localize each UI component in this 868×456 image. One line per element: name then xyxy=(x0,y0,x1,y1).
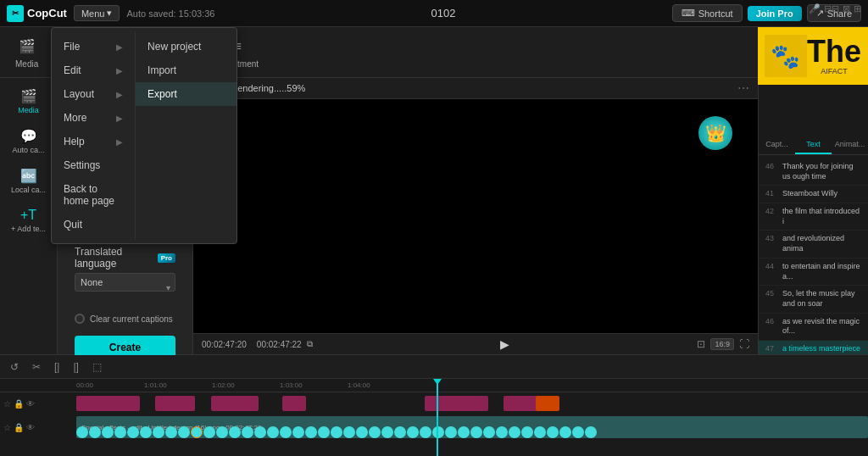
menu-item-export[interactable]: Export xyxy=(136,82,236,106)
thumb-25 xyxy=(407,426,419,438)
caption-list: 46 Thank you for joining us ough time 41… xyxy=(759,155,868,354)
unlink-button[interactable]: ⊠ xyxy=(843,3,850,14)
help-arrow-icon: ▶ xyxy=(116,137,123,147)
video-player: Player Rendering.....59% ⋯ 👑 00:02:47:20… xyxy=(193,78,758,354)
track-video-eye-icon: 👁 xyxy=(26,423,35,432)
clear-captions-row[interactable]: Clear current captions xyxy=(75,314,175,324)
menu-item-import[interactable]: Import xyxy=(136,58,236,82)
menu-label: Menu xyxy=(81,8,105,19)
fx-clip-5[interactable] xyxy=(425,396,488,411)
app-name: CopCut xyxy=(27,7,67,19)
caption-item-41: 41 Steamboat Willy xyxy=(759,186,868,203)
mic-icon[interactable]: 🎤 xyxy=(809,3,821,14)
thumb-19 xyxy=(331,426,342,438)
thumb-37 xyxy=(559,426,571,438)
fx-clip-7[interactable] xyxy=(536,396,559,411)
auto-captions-panel-icon: 💬 xyxy=(20,128,37,144)
tab-captions[interactable]: Capt... xyxy=(759,136,795,154)
fx-clip-3[interactable] xyxy=(211,396,259,411)
playhead[interactable] xyxy=(437,379,438,456)
play-button[interactable]: ▶ xyxy=(500,337,509,351)
thumb-5 xyxy=(140,426,152,438)
fx-clip-2[interactable] xyxy=(155,396,195,411)
timeline-content: 00:00 1:01:00 1:02:00 1:03:00 1:04:00 ☆ … xyxy=(0,379,868,456)
tab-animati[interactable]: Animat... xyxy=(832,136,868,154)
project-id: 0102 xyxy=(221,7,665,19)
left-panel-item-media[interactable]: 🎬 Media xyxy=(0,83,57,120)
menu-item-help[interactable]: Help ▶ xyxy=(52,130,135,153)
split-button[interactable]: ✂ xyxy=(29,359,44,375)
track-row-video: ☆ 🔒 👁 Special effects - edit Untitled de… xyxy=(0,414,868,440)
track-controls-fx: ☆ 🔒 👁 xyxy=(0,399,76,409)
fit-icon[interactable]: ⊡ xyxy=(697,338,705,350)
special-effects-clip[interactable]: Special effects - edit Untitled design (… xyxy=(76,416,868,438)
thumb-24 xyxy=(394,426,406,438)
ruler-mark-1: 1:01:00 xyxy=(144,381,212,389)
menu-item-layout[interactable]: Layout ▶ xyxy=(52,82,135,106)
fullscreen-icon[interactable]: ⛶ xyxy=(739,338,749,350)
tool-media[interactable]: 🎬 Media xyxy=(7,33,47,72)
add-text-icon: +T xyxy=(20,208,36,223)
track-content-fx xyxy=(76,396,868,411)
caption-item-46b: 46 as we revisit the magic of... xyxy=(759,314,868,341)
left-panel-item-autocaptions[interactable]: 💬 Auto ca... xyxy=(0,123,57,159)
player-controls: 00:02:47:20 00:02:47:22 ⧉ ▶ ⊡ 16:9 ⛶ xyxy=(193,333,758,354)
menu-item-quit[interactable]: Quit xyxy=(52,213,135,236)
left-panel: 🎬 Media 💬 Auto ca... 🔤 Local ca... +T + … xyxy=(0,78,58,354)
layout-arrow-icon: ▶ xyxy=(116,90,123,99)
thumb-27 xyxy=(432,426,444,438)
track-video-lock-icon: 🔒 xyxy=(14,423,24,432)
menu-item-more[interactable]: More ▶ xyxy=(52,106,135,130)
menu-item-edit[interactable]: Edit ▶ xyxy=(52,58,135,82)
fx-clip-1[interactable] xyxy=(76,396,140,411)
clear-captions-checkbox[interactable] xyxy=(75,314,85,324)
ruler-mark-4: 1:04:00 xyxy=(348,381,415,389)
shortcut-button[interactable]: ⌨ Shortcut xyxy=(672,4,743,22)
fx-clip-4[interactable] xyxy=(282,396,306,411)
menu-item-file[interactable]: File ▶ xyxy=(52,35,135,58)
translated-language-label-row: Translated language Pro xyxy=(75,246,175,270)
thumb-36 xyxy=(547,426,559,438)
thumb-1 xyxy=(89,426,101,438)
thumb-selected xyxy=(191,426,203,438)
left-panel-item-addtext[interactable]: +T + Add te... xyxy=(0,203,57,238)
translated-language-label: Translated language xyxy=(75,246,154,270)
zoom-button[interactable]: ⊞ xyxy=(854,3,861,14)
track-video-icon: ☆ xyxy=(3,423,11,432)
menu-button[interactable]: Menu ▾ xyxy=(74,5,120,21)
thumb-38 xyxy=(572,426,584,438)
left-panel-item-localca[interactable]: 🔤 Local ca... xyxy=(0,163,57,199)
menu-item-back-home[interactable]: Back to home page xyxy=(52,177,135,213)
link-button[interactable]: ⊟⊟ xyxy=(824,3,839,14)
track-controls-video: ☆ 🔒 👁 xyxy=(0,423,76,432)
tab-text[interactable]: Text xyxy=(795,136,832,154)
thumb-20 xyxy=(343,426,355,438)
thumb-39 xyxy=(585,426,597,438)
undo-button[interactable]: ↺ xyxy=(7,359,22,375)
delete-button[interactable]: ⬚ xyxy=(89,359,105,375)
pro-badge: Pro xyxy=(158,253,175,263)
caption-item-43: 43 and revolutionized anima xyxy=(759,231,868,258)
thumb-6 xyxy=(153,426,164,438)
thumb-34 xyxy=(521,426,533,438)
menu-chevron-icon: ▾ xyxy=(107,8,112,19)
frame-indicator: ⧉ xyxy=(307,339,313,349)
trim-left-button[interactable]: [| xyxy=(51,359,63,375)
ruler-mark-0: 00:00 xyxy=(76,381,144,389)
timeline: ↺ ✂ [| |] ⬚ 🎤 ⊟⊟ ⊠ ⊞ 00:00 1:01:00 1:02:… xyxy=(0,354,868,456)
track-eye-icon: 👁 xyxy=(26,399,35,409)
trim-right-button[interactable]: |] xyxy=(70,359,81,375)
translated-language-select[interactable]: None Spanish French xyxy=(75,273,175,292)
thumb-32 xyxy=(496,426,508,438)
caption-item-46a: 46 Thank you for joining us ough time xyxy=(759,158,868,186)
menu-item-settings[interactable]: Settings xyxy=(52,153,135,177)
player-menu-dots[interactable]: ⋯ xyxy=(737,81,749,95)
logo-icon: ✂ xyxy=(7,5,24,22)
menu-item-new-project[interactable]: New project xyxy=(136,35,236,58)
menu-section-submenu: File ▶ Edit ▶ Layout ▶ More ▶ Help ▶ xyxy=(52,28,236,243)
timeline-tracks: ☆ 🔒 👁 ☆ 🔒 👁 xyxy=(0,392,868,456)
caption-item-42: 42 the film that introduced i xyxy=(759,203,868,231)
join-pro-button[interactable]: Join Pro xyxy=(748,6,802,21)
thumb-12 xyxy=(242,426,253,438)
thumb-28 xyxy=(445,426,457,438)
